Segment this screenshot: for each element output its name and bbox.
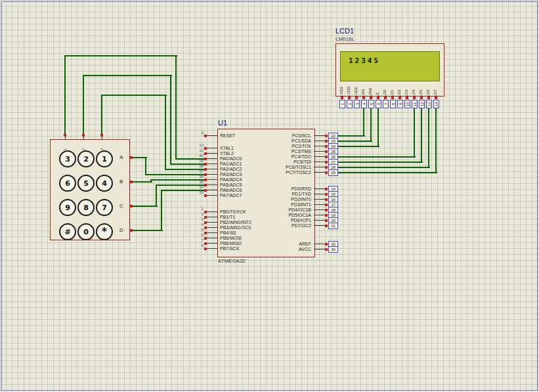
wire[interactable] [133,181,152,183]
wire[interactable] [102,95,167,96]
wire[interactable] [175,55,177,160]
wire[interactable] [145,157,146,175]
mcu-pin-name: PC7/TOSC2 [259,170,311,175]
wire[interactable] [337,162,423,163]
wire[interactable] [337,135,365,137]
mcu-pin-name: PC5/TDI [259,160,311,165]
mcu-pin-number: 37 [189,169,204,174]
pin-end-marker [406,97,408,99]
pin-end-marker [204,184,207,186]
lcd-pin-name: D0 [383,79,387,95]
wire[interactable] [65,55,177,56]
keypad-row-label: B [119,179,123,185]
lcd-pin-number: 7 [383,100,389,108]
keypad-key-6[interactable]: 6 [59,175,76,192]
keypad-key-5[interactable]: 5 [77,175,95,192]
mcu-pin-number: 34 [189,185,204,190]
wire[interactable] [83,75,84,136]
wire[interactable] [133,230,163,231]
lcd-pin-number: 6 [376,100,381,108]
pin-end-marker [204,147,207,150]
mcu-pin-number: 33 [189,190,204,195]
wire[interactable] [363,107,364,137]
pin-end-marker [391,97,394,99]
wire[interactable] [161,190,162,231]
mcu-pin-name: AREF [259,242,311,247]
pin-end-marker [204,248,207,250]
mcu-pin-name: PB5/MOSI [220,236,242,241]
pin-end-marker [325,171,328,174]
pin-end-marker [325,161,328,163]
wire[interactable] [337,167,430,168]
mcu-pin-stub [207,238,217,238]
pin-end-marker [399,97,401,99]
pin-end-marker [204,173,207,176]
mcu-pin-name: PD0/RXD [259,186,311,192]
keypad-key-0[interactable]: 0 [77,223,95,240]
wire[interactable] [165,95,166,170]
keypad-key-7[interactable]: 7 [96,199,113,216]
pin-end-marker [204,227,207,229]
wire[interactable] [101,95,102,136]
mcu-pin-name: XTAL1 [220,146,234,151]
keypad-column-label: 1 [63,141,67,150]
mcu-pin-number: 40 [189,154,204,158]
mcu-pin-stub [207,190,217,190]
keypad-key-4[interactable]: 4 [96,175,113,192]
mcu-pin-name: RESET [220,133,235,139]
mcu-pin-number: 7 [189,238,204,243]
lcd-pin-number: 9 [397,100,403,108]
wire[interactable] [156,185,157,207]
wire[interactable] [337,141,372,142]
wire[interactable] [337,156,416,158]
wire[interactable] [377,107,379,147]
lcd-pin-number: 13 [426,100,432,108]
mcu-pin-name: PC1/SDA [259,139,311,144]
pin-end-marker [325,214,328,217]
wire[interactable] [337,172,437,173]
mcu-pin-name: PB4/SS [220,230,236,236]
mcu-pin-name: PA3/ADC3 [220,172,242,177]
keypad-key-*[interactable]: * [96,223,113,240]
keypad-key-3[interactable]: 3 [59,150,76,167]
pin-end-marker [325,166,328,169]
wire[interactable] [170,75,171,165]
wire[interactable] [133,206,158,207]
keypad-key-9[interactable]: 9 [59,199,76,216]
pin-end-marker [325,209,328,211]
pin-end-marker [325,248,328,251]
lcd-pin-name: D5 [419,79,423,95]
wire[interactable] [64,55,66,136]
keypad-column-label: 3 [100,141,104,150]
keypad-key-2[interactable]: 2 [77,150,95,167]
mcu-value-label: ATMEGA32 [218,258,246,264]
pin-end-marker [204,135,207,137]
pin-end-marker [325,225,328,227]
lcd-pin-name: D3 [404,79,408,95]
wire[interactable] [435,107,437,173]
wire[interactable] [428,107,429,168]
keypad-key-8[interactable]: 8 [77,199,95,216]
pin-end-marker [325,198,328,201]
mcu-pin-number: 13 [189,143,204,148]
pin-end-marker [362,97,365,99]
wire[interactable] [370,107,372,142]
keypad-key-1[interactable]: 1 [96,150,113,167]
pin-end-marker [64,134,66,137]
mcu-pin-number: 30 [328,246,338,253]
mcu-pin-name: PD5/OC1A [259,213,311,218]
mcu-pin-stub [207,174,217,175]
keypad-row-label: A [119,154,123,160]
mcu-pin-name: PA6/ADC6 [220,188,242,193]
wire[interactable] [337,146,379,147]
mcu-pin-number: 1 [189,207,204,211]
mcu-pin-name: PB6/MISO [220,241,242,246]
keypad-key-#[interactable]: # [59,223,76,240]
wire[interactable] [414,107,415,158]
wire[interactable] [83,75,172,76]
lcd-screen: 12345 [340,51,440,81]
mcu-pin-stub [207,227,217,228]
pin-end-marker [377,97,379,99]
mcu-pin-name: PC4/TDO [259,154,311,160]
wire[interactable] [421,107,422,163]
